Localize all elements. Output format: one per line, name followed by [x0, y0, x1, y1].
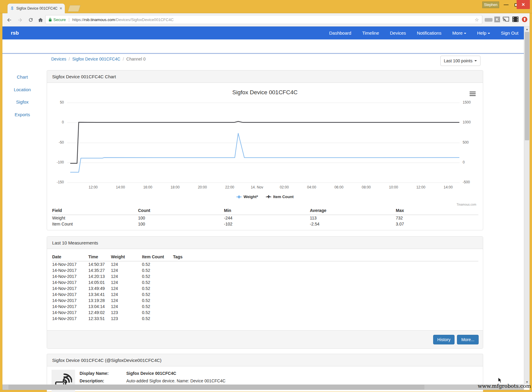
- breadcrumb: Devices/Sigfox Device 001CFC4C/Channel 0: [51, 57, 146, 61]
- browser-tab[interactable]: Sigfox Device 001CFC4C ✕: [7, 3, 65, 13]
- scroll-up-icon[interactable]: ▲: [524, 26, 530, 32]
- sidebar-item-location[interactable]: Location: [4, 87, 40, 92]
- window-frame: [0, 13, 2, 392]
- reload-icon[interactable]: [27, 16, 35, 24]
- nav-item-help[interactable]: Help: [477, 30, 490, 36]
- app-navbar: rsb DashboardTimelineDevicesNotification…: [2, 26, 524, 39]
- breadcrumb-separator: /: [69, 57, 70, 61]
- table-cell: 0.52: [142, 310, 173, 316]
- table-cell: 14-Nov-2017: [52, 297, 88, 303]
- table-cell: 14-Nov-2017: [52, 267, 88, 273]
- table-cell: 13:04:14: [88, 303, 111, 310]
- table-cell: 124: [111, 267, 142, 273]
- home-icon[interactable]: [36, 16, 45, 24]
- table-cell: 14-Nov-2017: [52, 316, 88, 322]
- table-cell: 14:35:27: [88, 267, 111, 273]
- secure-label: Secure: [53, 17, 66, 22]
- y-axis-left-tick: -50: [49, 140, 64, 145]
- table-cell: [173, 273, 478, 279]
- table-cell: 0.52: [142, 279, 173, 285]
- table-cell: [173, 267, 478, 273]
- forward-icon[interactable]: [16, 16, 24, 24]
- table-cell: 13:49:49: [88, 285, 111, 291]
- y-axis-left-tick: 50: [49, 100, 64, 104]
- breadcrumb-item-1[interactable]: Sigfox Device 001CFC4C: [72, 57, 121, 61]
- table-cell: -102: [224, 221, 310, 227]
- favicon-icon: [10, 6, 14, 11]
- legend-item-weight[interactable]: Weight*: [236, 194, 258, 199]
- more-button[interactable]: More...: [457, 335, 479, 344]
- minimize-button[interactable]: —: [502, 1, 511, 9]
- column-header: Max: [396, 207, 478, 215]
- mouse-cursor: [498, 377, 503, 384]
- column-header: Min: [224, 207, 310, 215]
- range-selector-label: Last 100 points: [444, 58, 473, 63]
- range-selector-button[interactable]: Last 100 points: [440, 56, 480, 66]
- user-badge[interactable]: Stephen: [482, 2, 499, 8]
- horizontal-scrollbar-thumb[interactable]: [8, 385, 424, 390]
- sidebar-item-exports[interactable]: Exports: [4, 112, 40, 117]
- table-cell: 14:50:37: [88, 261, 111, 268]
- table-cell: 12:49:02: [88, 310, 111, 316]
- table-cell: 0.52: [142, 303, 173, 310]
- table-cell: 0.52: [142, 267, 173, 273]
- table-cell: 100: [138, 221, 224, 227]
- nav-item-notifications[interactable]: Notifications: [417, 30, 442, 36]
- vertical-scrollbar[interactable]: ▲ ▼: [524, 26, 530, 384]
- window-titlebar: Sigfox Device 001CFC4C ✕ Stephen — ✕: [0, 0, 532, 13]
- column-header: Tags: [173, 253, 478, 261]
- column-header: Field: [52, 207, 138, 215]
- tab-close-icon[interactable]: ✕: [59, 6, 62, 11]
- nav-item-dashboard[interactable]: Dashboard: [329, 30, 351, 36]
- nav-item-more[interactable]: More: [452, 30, 466, 36]
- bookmark-star-icon[interactable]: ☆: [475, 17, 479, 23]
- updates-icon[interactable]: [522, 17, 527, 23]
- table-cell: -244: [224, 215, 310, 221]
- back-icon[interactable]: [5, 16, 13, 24]
- table-cell: 0.52: [142, 285, 173, 291]
- table-cell: [173, 279, 478, 285]
- legend-item-item-count[interactable]: ✚ Item Count: [266, 194, 294, 199]
- sidebar-item-sigfox[interactable]: Sigfox: [4, 99, 40, 104]
- table-cell: 732: [396, 215, 478, 221]
- nav-item-devices[interactable]: Devices: [390, 30, 406, 36]
- chart-menu-icon[interactable]: [470, 92, 476, 96]
- extension-icon-k[interactable]: K: [494, 17, 500, 22]
- url-bar[interactable]: Secure | https://rsb.tinamous.com/Device…: [45, 15, 482, 24]
- column-header: Item Count: [142, 253, 173, 261]
- table-cell: Item Count: [52, 221, 138, 227]
- display-name-value: Sigfox Device 001CFC4C: [126, 371, 176, 376]
- table-cell: [173, 316, 478, 322]
- table-cell: [173, 285, 478, 291]
- horizontal-scrollbar[interactable]: [2, 384, 524, 390]
- history-button[interactable]: History: [433, 335, 455, 344]
- column-header: Weight: [111, 253, 142, 261]
- table-cell: 14-Nov-2017: [52, 303, 88, 310]
- table-cell: 14:20:13: [88, 273, 111, 279]
- cast-icon[interactable]: [503, 17, 509, 23]
- new-tab-button[interactable]: [68, 5, 80, 12]
- extension-icon-1[interactable]: [485, 18, 493, 22]
- table-row: 14-Nov-201714:20:131240.52: [52, 273, 478, 279]
- nav-item-sign-out[interactable]: Sign Out: [501, 30, 518, 36]
- measurements-table: DateTimeWeightItem CountTags14-Nov-20171…: [52, 253, 478, 322]
- table-cell: 124: [111, 297, 142, 303]
- brand-logo[interactable]: rsb: [11, 30, 19, 36]
- y-axis-right-tick: -500: [463, 180, 470, 184]
- table-cell: 124: [111, 285, 142, 291]
- table-row: Item Count100-102-2.543.07: [52, 221, 478, 227]
- breadcrumb-separator: /: [123, 57, 124, 61]
- nav-item-timeline[interactable]: Timeline: [362, 30, 379, 36]
- tab-title: Sigfox Device 001CFC4C: [16, 6, 58, 11]
- vertical-scrollbar-thumb[interactable]: [525, 32, 529, 140]
- close-button[interactable]: ✕: [517, 0, 530, 9]
- table-cell: [173, 291, 478, 297]
- film-strip-icon[interactable]: [512, 17, 518, 23]
- series-line-weight-: [70, 133, 459, 172]
- sidebar-item-chart[interactable]: Chart: [4, 74, 40, 79]
- table-cell: 14-Nov-2017: [52, 310, 88, 316]
- table-cell: 124: [111, 273, 142, 279]
- chevron-down-icon: [474, 60, 477, 61]
- table-row: 14-Nov-201714:05:011240.52: [52, 279, 478, 285]
- breadcrumb-item-0[interactable]: Devices: [51, 57, 66, 61]
